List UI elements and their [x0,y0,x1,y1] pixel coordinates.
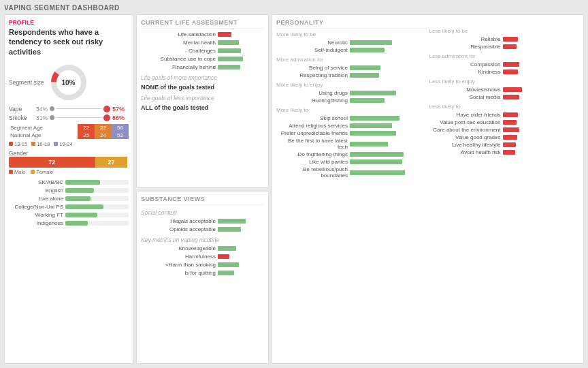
pers-bar-row: Have older friends [429,112,580,118]
seg-age-label: Segment Age [9,124,78,132]
less-enjoy-label: Less likely to enjoy [429,78,580,85]
profile-bar-wrap [65,180,129,185]
profile-bar-fill [65,204,103,209]
pers-bar-fill [350,98,385,103]
bar-fill [218,57,243,61]
pers-bar-wrap [350,152,427,157]
pers-bar-label: Value good grades [429,134,501,140]
pers-bar-row: Care about the environment [429,127,580,133]
female-label: Female [36,169,53,175]
gender-male-bar: 72 [9,157,95,168]
pers-bar-fill [503,150,515,155]
pers-bar-fill [350,170,405,175]
pers-bar-row: Using drugs [276,90,427,96]
bar-row: <Harm than smoking [141,262,264,268]
goals-more-label: Life goals of more importance [141,74,264,81]
segment-size-label: Segment size [9,79,44,86]
pers-bar-fill [350,73,379,78]
profile-bar-label: SK/AB/BC [9,179,63,185]
pers-bar-wrap [350,116,427,121]
profile-bar-fill [65,213,97,217]
pers-bar-label: Value post-sec education [429,119,501,125]
pers-bar-row: Movies/shows [429,87,580,93]
pers-bar-fill [350,116,399,121]
smoke-left-pct: 31% [33,114,48,121]
less-enjoy-section: Less likely to enjoy Movies/showsSocial … [429,78,580,100]
age-table: Segment Age 22 22 56 National Age 25 24 … [9,124,129,139]
profile-bar-fill [65,196,91,201]
pers-bar-wrap [503,44,580,49]
pers-bar-label: Do frightening things [276,151,348,157]
pers-bar-wrap [350,40,427,45]
bar-wrap [218,65,264,70]
smoke-vape-section: Vape 34% 57% Smoke 31% 66% [9,106,129,121]
more-likely-section: More likely to Skip schoolAttend religio… [276,107,427,179]
pers-bar-label: Neurotic [276,40,348,46]
smoke-dot-right [103,114,110,121]
profile-bar-fill [65,221,88,226]
less-admire-section: Less admiration for CompassionKindness [429,53,580,75]
pers-bar-row: Value post-sec education [429,119,580,125]
dashboard: VAPING SEGMENT DASHBOARD PROFILE Respond… [0,0,588,368]
more-admire-label: More admiration for [276,57,427,63]
bar-fill [218,65,240,70]
bar-label: Life-satisfaction [141,31,216,37]
pers-bar-wrap [350,131,427,136]
age-legend: 13-15 16-18 19-24 [9,141,129,147]
gender-female-bar: 27 [95,157,128,168]
less-admire-label: Less admiration for [429,53,580,59]
smoke-row: Smoke 31% 66% [9,114,129,121]
goals-more-text: NONE of the goals tested [141,84,264,91]
bar-wrap [218,48,264,53]
pers-bar-wrap [350,123,427,128]
pers-bar-label: Respecting tradition [276,72,348,78]
profile-section: PROFILE Respondents who have a tendency … [9,19,129,57]
bar-fill [218,246,236,251]
social-bars: Illegals acceptableOpioids acceptable [141,218,264,232]
more-enjoy-label: More likely to enjoy [276,82,427,88]
pers-bar-row: Responsible [429,44,580,50]
more-likely-be-section: More likely to be NeuroticSelf-indulgent [276,31,427,53]
bar-wrap [218,219,264,224]
pers-bar-row: Reliable [429,36,580,42]
pers-bar-fill [503,95,520,99]
cla-bars: Life-satisfactionMental healthChallenges… [141,31,264,70]
pers-bar-label: Using drugs [276,90,348,96]
pers-bar-wrap [350,48,427,52]
bar-row: Harmfulness [141,254,264,260]
bar-fill [218,262,239,267]
bar-wrap [218,57,264,61]
more-enjoy-section: More likely to enjoy Using drugsHunting/… [276,82,427,104]
legend-13-15: 13-15 [9,141,27,147]
more-likely-label: More likely to [276,107,427,113]
pers-bar-row: Kindness [429,69,580,75]
mid-panels: CURRENT LIFE ASSESSMENT Life-satisfactio… [136,14,269,364]
pers-bar-row: Value good grades [429,134,580,140]
goals-less-label: Life goals of less importance [141,95,264,102]
profile-bar-wrap [65,204,129,209]
pers-bar-row: Being of service [276,65,427,71]
bar-row: Substance use to cope [141,56,264,62]
profile-bar-label: Live alone [9,196,63,202]
bar-label: Challenges [141,48,216,54]
bar-row: Opioids acceptable [141,226,264,232]
pers-bar-fill [350,123,392,128]
bar-fill [218,271,234,275]
pers-bar-wrap [350,170,427,175]
pers-bar-fill [350,48,385,52]
bar-label: Is for quitting [141,270,216,276]
profile-bar-label: College/Non-Uni PS [9,204,63,210]
more-admire-section: More admiration for Being of serviceResp… [276,57,427,78]
profile-bar-wrap [65,196,129,201]
pers-bar-row: Be the first to have latest tech [276,138,427,150]
personality-left-col: PERSONALITY More likely to be NeuroticSe… [276,19,427,359]
pers-bar-label: Hunting/fishing [276,97,348,104]
pers-bar-wrap [503,135,580,140]
pers-bar-fill [503,37,519,42]
pers-bar-wrap [350,142,427,147]
pers-bar-row: Respecting tradition [276,72,427,78]
bar-label: Substance use to cope [141,56,216,62]
pers-bar-wrap [503,62,580,67]
bar-row: Knowledgeable [141,245,264,251]
bar-label: Illegals acceptable [141,218,216,224]
